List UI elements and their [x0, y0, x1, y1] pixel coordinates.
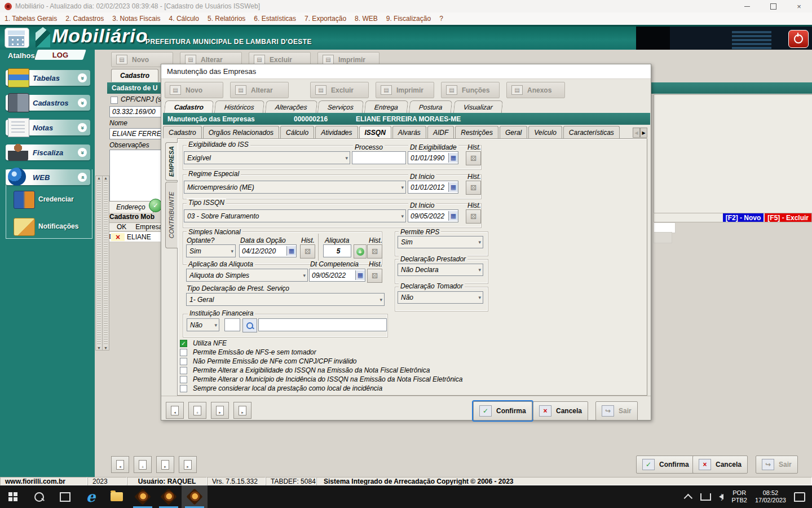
option-checkbox-row[interactable]: ✓ Sempre considerar local da prestação c…	[180, 384, 462, 393]
inner-tab[interactable]: Alvarás	[392, 126, 426, 138]
inner-tab[interactable]: Orgãos Relacionados	[203, 126, 279, 138]
nav-last-button[interactable]: ▸	[233, 402, 251, 419]
checkbox-icon[interactable]: ✓	[180, 385, 187, 392]
exigibilidade-select[interactable]: Exigível▾	[184, 151, 350, 164]
checkbox-icon[interactable]: ✓	[180, 376, 187, 383]
outer-tab[interactable]: Serviços	[317, 100, 364, 113]
calendar-icon[interactable]: ▦	[286, 246, 296, 256]
dialog-confirma-button[interactable]: ✓Confirma	[473, 401, 532, 421]
menu-item[interactable]: 6. Estatísticas	[254, 15, 296, 23]
start-button[interactable]	[0, 485, 26, 508]
log-tab[interactable]: LOG	[34, 50, 86, 60]
optante-select[interactable]: Sim▾	[186, 244, 236, 257]
power-button[interactable]	[788, 30, 809, 48]
sidebar-group-button[interactable]: Cadastros »	[6, 95, 90, 111]
dialog-sair-button[interactable]: ↪Sair	[595, 401, 638, 421]
calculator-icon[interactable]	[5, 28, 29, 48]
menu-item[interactable]: 2. Cadastros	[65, 15, 104, 23]
menu-item[interactable]: 5. Relatórios	[208, 15, 245, 23]
dialog-cancela-button[interactable]: ×Cancela	[533, 401, 588, 421]
hist-button-5[interactable]: ⚄	[367, 244, 382, 259]
nav-next-button[interactable]: ▸	[211, 402, 229, 419]
menu-item[interactable]: 9. Fiscalização	[386, 15, 431, 23]
nav-next-button[interactable]: ▸	[156, 456, 174, 473]
explorer-taskbar-button[interactable]	[104, 485, 130, 508]
left-scrollbar-2[interactable]: ▲▼	[102, 176, 109, 351]
endereco-tab[interactable]: Endereço	[108, 201, 153, 213]
nav-first-button[interactable]: ◂	[166, 402, 184, 419]
menu-item[interactable]: ?	[439, 15, 443, 23]
speaker-icon[interactable]	[719, 494, 723, 500]
inst-fin-name-field[interactable]	[258, 318, 387, 331]
tipo-issqn-dt-field[interactable]: 09/05/2022▦	[408, 209, 458, 222]
inst-fin-code-field[interactable]	[224, 318, 240, 331]
dt-exigibilidade-field[interactable]: 01/01/1990▦	[408, 151, 458, 164]
tray-chevron-up-icon[interactable]	[684, 493, 693, 502]
cpf-checkbox[interactable]	[111, 97, 118, 104]
option-checkbox-row[interactable]: ✓ Permite Alterar o Município de Incidên…	[180, 375, 462, 384]
network-icon[interactable]	[700, 493, 711, 501]
back-tab-cadastro[interactable]: Cadastro	[111, 69, 158, 82]
decl-prestador-select[interactable]: Não Declara▾	[398, 264, 483, 276]
inner-tab[interactable]: Cálculo	[280, 126, 314, 138]
checkbox-icon[interactable]: ✓	[180, 367, 187, 374]
task-view-button[interactable]	[52, 485, 78, 508]
fiorilli-app-button-1[interactable]	[130, 485, 156, 508]
hist-button-6[interactable]: ⚄	[367, 269, 382, 283]
notification-center-icon[interactable]	[794, 492, 805, 502]
chevron-down-icon[interactable]: »	[78, 148, 87, 157]
checkbox-icon[interactable]: ✓	[180, 349, 187, 356]
sidebar-group-button[interactable]: Notas »	[6, 120, 90, 135]
decl-tomador-select[interactable]: Não▾	[398, 291, 483, 304]
minimize-button[interactable]	[734, 0, 760, 12]
side-tab-empresa[interactable]: EMPRESA	[165, 142, 178, 181]
menu-item[interactable]: 3. Notas Fiscais	[112, 15, 160, 23]
ie-taskbar-button[interactable]: e	[78, 485, 104, 508]
outer-tab[interactable]: Alterações	[265, 100, 317, 113]
inner-tab[interactable]: ISSQN	[359, 126, 391, 138]
tipo-issqn-select[interactable]: 03 - Sobre Faturamento▾	[184, 209, 406, 222]
sidebar-group-button[interactable]: Tabelas »	[6, 70, 90, 86]
nav-prev-button[interactable]: +	[134, 456, 152, 473]
hist-button-4[interactable]: ⚄	[300, 244, 315, 259]
option-checkbox-row[interactable]: ✓ Permite Emissão de NFS-e sem tomador	[180, 348, 462, 357]
observacoes-field[interactable]	[109, 150, 166, 202]
hist-button-3[interactable]: ⚄	[466, 209, 481, 224]
tab-scroll-left-icon[interactable]: ◀	[633, 128, 640, 138]
dialog-toolbar-button[interactable]: ▤ Anexos	[506, 82, 565, 98]
inner-tab[interactable]: Cadastro	[163, 126, 202, 138]
dialog-toolbar-button[interactable]: ▤ Alterar	[230, 82, 289, 98]
dialog-toolbar-button[interactable]: ▤ Imprimir	[376, 82, 434, 98]
inner-tab[interactable]: AIDF	[427, 126, 454, 138]
sidebar-group-button[interactable]: Fiscaliza »	[6, 144, 90, 160]
calendar-icon[interactable]: ▦	[448, 182, 458, 192]
hist-button-2[interactable]: ⚄	[466, 181, 481, 195]
permite-rps-select[interactable]: Sim▾	[398, 236, 483, 248]
back-cancela-button[interactable]: ×Cancela	[692, 456, 748, 474]
inst-fin-search-button[interactable]	[242, 318, 257, 332]
dialog-toolbar-button[interactable]: ▤ Funções	[441, 82, 500, 98]
outer-tab[interactable]: Postura	[409, 100, 453, 113]
fiorilli-app-button-2[interactable]	[156, 485, 182, 508]
chevron-down-icon[interactable]: »	[78, 123, 87, 132]
menu-item[interactable]: 7. Exportação	[304, 15, 346, 23]
nav-first-button[interactable]: ◂	[111, 456, 129, 473]
calendar-icon[interactable]: ▦	[355, 270, 365, 280]
dialog-toolbar-button[interactable]: ▤ Excluir	[310, 82, 369, 98]
inner-tab[interactable]: Geral	[500, 126, 527, 138]
inner-tab[interactable]: Restrições	[455, 126, 498, 138]
aplicacao-select[interactable]: Aliquota do Simples▾	[186, 269, 308, 282]
inst-fin-select[interactable]: Não▾	[187, 318, 219, 331]
checkbox-icon[interactable]: ✓	[180, 340, 187, 347]
inner-tab[interactable]: Veículo	[528, 126, 562, 138]
inner-tab[interactable]: Características	[563, 126, 620, 138]
aliquota-add-button[interactable]: +	[354, 244, 367, 259]
regime-dt-field[interactable]: 01/01/2012▦	[408, 181, 458, 194]
inner-tab[interactable]: Atividades	[315, 126, 358, 138]
tab-scroll-right-icon[interactable]: ▶	[640, 128, 647, 138]
tipo-decl-select[interactable]: 1- Geral▾	[186, 293, 385, 306]
outer-tab[interactable]: Visualizar	[453, 100, 503, 113]
sidebar-group-web-button[interactable]: WEB »	[6, 169, 90, 185]
outer-tab[interactable]: Entrega	[364, 100, 408, 113]
nav-prev-button[interactable]: +	[188, 402, 206, 419]
